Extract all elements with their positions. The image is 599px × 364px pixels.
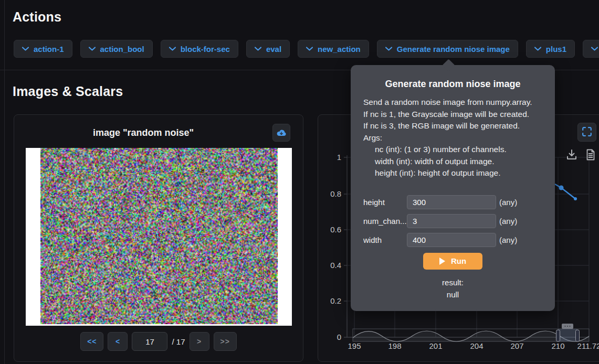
action-button-label: eval	[266, 45, 281, 53]
play-icon	[439, 258, 445, 265]
x-axis-labels: 195 198 201 204 207 210 211.72	[348, 341, 599, 350]
svg-text:1: 1	[337, 153, 341, 162]
images-scalars-heading: Images & Scalars	[13, 84, 123, 99]
popup-caret	[442, 59, 455, 71]
noise-image-frame	[26, 148, 292, 326]
result-label: result:	[351, 276, 555, 288]
page-left-edge-line	[4, 0, 5, 364]
result-block: result: null	[351, 276, 555, 301]
width-field[interactable]	[407, 233, 496, 247]
chevron-down-icon	[255, 47, 261, 51]
description-line: width (int): width of output image.	[363, 156, 542, 168]
cloud-download-button[interactable]	[272, 124, 290, 142]
description-line: Send a random noise image from numpy.arr…	[363, 97, 542, 109]
y-axis-labels: 1 0.8 0.6 0.4 0.2 0	[330, 153, 341, 341]
data-point-marker	[574, 197, 577, 200]
action-button-action-bool[interactable]: action_bool	[80, 40, 153, 58]
height-field[interactable]	[407, 195, 496, 209]
svg-text:210: 210	[551, 341, 564, 350]
image-pager: << < / 17 > >>	[14, 332, 303, 351]
description-line: height (int): height of output image.	[363, 167, 542, 179]
description-line: Args:	[363, 132, 542, 144]
svg-text:0.8: 0.8	[330, 189, 341, 198]
svg-text:195: 195	[348, 341, 361, 350]
description-line: If nc is 1, the Grayscale image will be …	[363, 109, 542, 121]
action-button-label: Generate random niose image	[397, 45, 510, 53]
svg-text:211.72: 211.72	[577, 341, 599, 350]
run-button-label: Run	[451, 256, 466, 265]
chevron-down-icon	[385, 47, 392, 51]
svg-text:207: 207	[510, 341, 523, 350]
chevron-down-icon	[306, 47, 313, 51]
action-button-label: new_action	[318, 45, 361, 53]
field-type-hint: (any)	[499, 198, 517, 207]
datazoom-right-handle[interactable]	[576, 330, 580, 341]
field-row-width: width (any)	[363, 233, 542, 248]
action-button-plus1[interactable]: plus1	[526, 40, 575, 58]
svg-text:0: 0	[337, 333, 341, 341]
image-card: image "random noise" << < / 17 > >>	[14, 114, 303, 362]
field-type-hint: (any)	[499, 235, 517, 244]
action-button-label: plus1	[546, 45, 566, 53]
cloud-download-icon	[276, 128, 287, 138]
popup-description: Send a random noise image from numpy.arr…	[363, 97, 542, 179]
data-point-marker	[559, 186, 564, 190]
description-line: If nc is 3, the RGB image will be genera…	[363, 120, 542, 132]
chevron-down-icon	[22, 47, 29, 51]
action-button-action-1[interactable]: action-1	[14, 40, 72, 58]
action-button-eval[interactable]: eval	[246, 40, 290, 58]
document-icon	[585, 148, 596, 163]
chart-data-view-button[interactable]	[583, 148, 598, 163]
svg-text:0.2: 0.2	[330, 296, 341, 305]
run-button[interactable]: Run	[423, 253, 482, 270]
chevron-down-icon	[534, 47, 541, 51]
fullscreen-button[interactable]	[577, 123, 596, 142]
action-run-popup: Generate random niose image Send a rando…	[351, 65, 555, 311]
svg-text:201: 201	[429, 341, 442, 350]
field-type-hint: (any)	[499, 217, 517, 226]
pager-total-label: / 17	[172, 337, 185, 346]
num-channels-field[interactable]	[407, 214, 496, 228]
pager-first-button[interactable]: <<	[80, 332, 103, 351]
action-button-generate-random-niose-image[interactable]: Generate random niose image	[377, 40, 518, 58]
field-label: num_chan...	[363, 217, 407, 226]
svg-text:0.6: 0.6	[330, 225, 341, 234]
svg-text:198: 198	[388, 341, 401, 350]
image-card-title: image "random noise"	[14, 127, 272, 138]
popup-fields: height (any) num_chan... (any) width (an…	[351, 195, 555, 248]
action-button-block-for-sec[interactable]: block-for-sec	[161, 40, 238, 58]
datazoom-left-handle[interactable]	[556, 330, 560, 341]
field-row-num-channels: num_chan... (any)	[363, 214, 542, 229]
actions-heading: Actions	[13, 9, 61, 25]
pager-page-input[interactable]	[132, 332, 167, 351]
field-row-height: height (any)	[363, 195, 542, 210]
action-button-new-action[interactable]: new_action	[298, 40, 369, 58]
result-value: null	[351, 288, 555, 301]
pager-last-button[interactable]: >>	[214, 332, 237, 351]
download-icon	[565, 148, 578, 163]
chevron-down-icon	[591, 47, 598, 51]
action-button-label: action-1	[34, 45, 64, 53]
pager-next-button[interactable]: >	[190, 332, 209, 351]
chart-save-image-button[interactable]	[564, 148, 579, 163]
chevron-down-icon	[169, 47, 176, 51]
fullscreen-icon	[582, 126, 592, 138]
description-line: nc (int): (1 or 3) number of channels.	[363, 144, 542, 156]
action-button-overflow[interactable]	[583, 40, 599, 58]
actions-row: action-1 action_bool block-for-sec eval …	[14, 40, 599, 58]
datazoom-slider[interactable]	[353, 324, 589, 341]
datazoom-selected-window[interactable]	[558, 329, 577, 341]
action-button-label: action_bool	[100, 45, 144, 53]
pager-prev-button[interactable]: <	[108, 332, 128, 351]
svg-text:0.4: 0.4	[330, 261, 341, 270]
chevron-down-icon	[89, 47, 96, 51]
datazoom-grip[interactable]	[562, 324, 573, 329]
noise-canvas	[40, 148, 278, 324]
field-label: height	[363, 198, 407, 207]
action-button-label: block-for-sec	[181, 45, 230, 53]
svg-text:204: 204	[470, 341, 483, 350]
popup-title: Generate random niose image	[351, 79, 555, 90]
field-label: width	[363, 235, 407, 244]
